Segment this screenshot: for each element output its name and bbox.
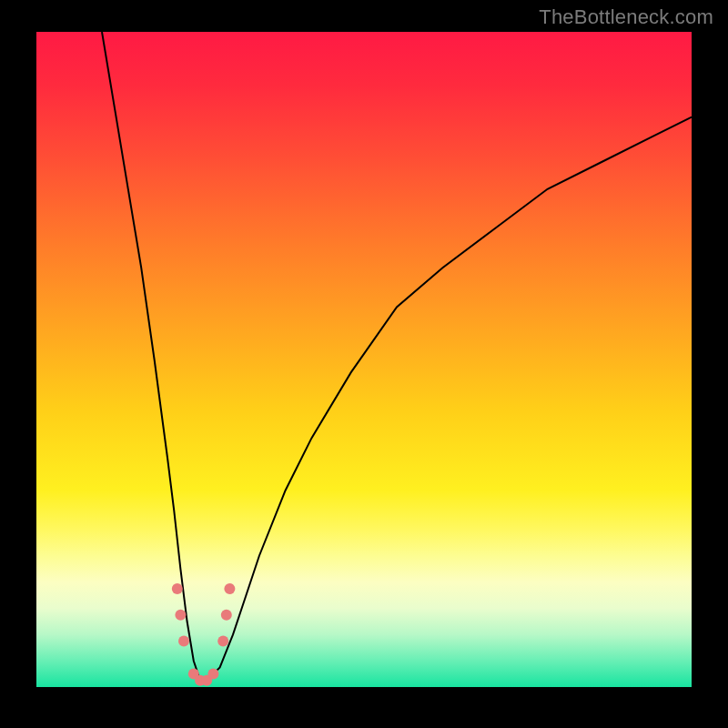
marker-point [221, 610, 232, 621]
marker-point [207, 669, 218, 680]
marker-point [175, 610, 186, 621]
bottleneck-curve [102, 32, 692, 681]
marker-group [172, 583, 236, 686]
watermark-text: TheBottleneck.com [539, 5, 713, 29]
chart-overlay [36, 32, 692, 687]
marker-point [178, 636, 189, 647]
marker-point [172, 583, 183, 594]
chart-container: TheBottleneck.com [0, 0, 728, 728]
plot-area [36, 32, 692, 687]
marker-point [224, 583, 235, 594]
marker-point [217, 636, 228, 647]
